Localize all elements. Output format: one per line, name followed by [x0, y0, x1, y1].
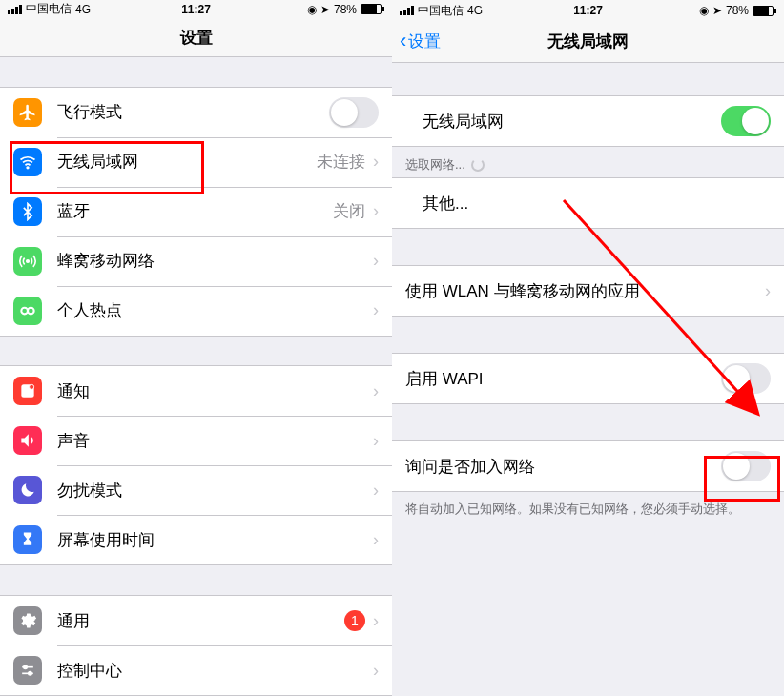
chevron-right-icon: › — [373, 300, 379, 320]
page-title: 设置 — [180, 27, 213, 49]
carrier-label: 中国电信 — [418, 3, 464, 19]
status-time: 11:27 — [573, 4, 603, 17]
hotspot-label: 个人热点 — [57, 299, 373, 321]
row-wifi-toggle[interactable]: 无线局域网 — [392, 96, 784, 146]
chevron-right-icon: › — [373, 201, 379, 221]
row-dnd[interactable]: 勿扰模式 › — [0, 465, 392, 515]
moon-icon — [13, 476, 42, 504]
bluetooth-icon — [13, 197, 42, 226]
svg-point-5 — [30, 385, 34, 390]
gear-icon — [13, 606, 42, 635]
general-badge: 1 — [344, 610, 365, 631]
wapi-label: 启用 WAPI — [405, 368, 721, 390]
status-bar: 中国电信 4G 11:27 ◉ ➤ 78% — [0, 0, 392, 19]
cellular-label: 蜂窝移动网络 — [57, 250, 373, 272]
wlan-apps-label: 使用 WLAN 与蜂窝移动网的应用 — [405, 280, 765, 302]
back-button[interactable]: ‹ 设置 — [400, 31, 441, 52]
row-ask-join[interactable]: 询问是否加入网络 — [392, 441, 784, 491]
row-wapi[interactable]: 启用 WAPI — [392, 354, 784, 403]
ask-join-toggle[interactable] — [721, 451, 771, 481]
row-other-network[interactable]: 其他... — [392, 178, 784, 228]
airplane-icon — [13, 98, 42, 127]
row-hotspot[interactable]: 个人热点 › — [0, 286, 392, 336]
wifi-label: 无线局域网 — [57, 151, 317, 173]
group-notifications: 通知 › 声音 › 勿扰模式 › 屏幕使用时间 › — [0, 365, 392, 565]
sound-label: 声音 — [57, 430, 373, 452]
control-center-label: 控制中心 — [57, 660, 373, 682]
row-screentime[interactable]: 屏幕使用时间 › — [0, 515, 392, 564]
row-wifi[interactable]: 无线局域网 未连接 › — [0, 137, 392, 187]
hourglass-icon — [13, 525, 42, 554]
network-label: 4G — [75, 3, 91, 16]
dnd-label: 勿扰模式 — [57, 480, 373, 502]
wifi-toggle-label: 无线局域网 — [423, 111, 721, 133]
chevron-left-icon: ‹ — [400, 31, 406, 51]
svg-point-7 — [24, 665, 27, 668]
bluetooth-detail: 关闭 — [333, 200, 365, 222]
wapi-toggle[interactable] — [721, 363, 771, 394]
chevron-right-icon: › — [373, 481, 379, 501]
alarm-icon: ◉ — [699, 4, 709, 17]
svg-point-9 — [29, 672, 31, 675]
svg-point-1 — [27, 259, 30, 262]
notifications-label: 通知 — [57, 380, 373, 402]
hotspot-icon — [13, 297, 42, 325]
settings-screen: 中国电信 4G 11:27 ◉ ➤ 78% 设置 飞行模式 无线局域网 未连接 — [0, 0, 392, 696]
status-time: 11:27 — [181, 3, 211, 16]
wifi-screen: 中国电信 4G 11:27 ◉ ➤ 78% ‹ 设置 无线局域网 无线局域网 选… — [392, 0, 784, 696]
general-label: 通用 — [57, 610, 344, 632]
wifi-detail: 未连接 — [317, 151, 365, 173]
group-connectivity: 飞行模式 无线局域网 未连接 › 蓝牙 关闭 › 蜂窝移动网络 › — [0, 87, 392, 337]
chevron-right-icon: › — [373, 611, 379, 631]
ask-join-label: 询问是否加入网络 — [405, 456, 721, 478]
page-title: 无线局域网 — [547, 31, 629, 52]
row-bluetooth[interactable]: 蓝牙 关闭 › — [0, 187, 392, 236]
row-general[interactable]: 通用 1 › — [0, 596, 392, 645]
location-icon: ➤ — [320, 3, 330, 16]
other-label: 其他... — [423, 193, 771, 215]
row-wlan-apps[interactable]: 使用 WLAN 与蜂窝移动网的应用 › — [392, 266, 784, 316]
group-general: 通用 1 › 控制中心 › — [0, 595, 392, 696]
row-control-center[interactable]: 控制中心 › — [0, 645, 392, 695]
row-sound[interactable]: 声音 › — [0, 416, 392, 465]
carrier-label: 中国电信 — [26, 1, 72, 17]
airplane-toggle[interactable] — [329, 97, 379, 128]
row-cellular[interactable]: 蜂窝移动网络 › — [0, 236, 392, 286]
nav-bar: ‹ 设置 无线局域网 — [392, 21, 784, 63]
chevron-right-icon: › — [373, 251, 379, 271]
cellular-icon — [13, 247, 42, 276]
battery-icon — [361, 4, 384, 14]
signal-icon — [8, 5, 22, 14]
sound-icon — [13, 426, 42, 455]
back-label: 设置 — [408, 31, 441, 52]
spinner-icon — [471, 158, 485, 172]
control-center-icon — [13, 656, 42, 685]
row-airplane-mode[interactable]: 飞行模式 — [0, 88, 392, 137]
location-icon: ➤ — [712, 4, 722, 17]
battery-pct: 78% — [334, 3, 357, 16]
chevron-right-icon: › — [373, 431, 379, 451]
alarm-icon: ◉ — [307, 3, 317, 16]
choose-network-header: 选取网络... — [392, 147, 784, 177]
bluetooth-label: 蓝牙 — [57, 200, 333, 222]
wifi-icon — [13, 148, 42, 176]
chevron-right-icon: › — [373, 661, 379, 681]
chevron-right-icon: › — [373, 381, 379, 401]
network-label: 4G — [467, 4, 483, 17]
svg-point-0 — [27, 167, 29, 169]
battery-pct: 78% — [726, 4, 749, 17]
ask-join-footer: 将自动加入已知网络。如果没有已知网络，您必须手动选择。 — [392, 492, 784, 526]
screentime-label: 屏幕使用时间 — [57, 529, 373, 551]
chevron-right-icon: › — [765, 281, 771, 301]
signal-icon — [400, 6, 414, 15]
row-notifications[interactable]: 通知 › — [0, 366, 392, 416]
chevron-right-icon: › — [373, 152, 379, 172]
status-bar: 中国电信 4G 11:27 ◉ ➤ 78% — [392, 0, 784, 21]
battery-icon — [753, 6, 776, 16]
wifi-toggle[interactable] — [721, 106, 771, 136]
chevron-right-icon: › — [373, 530, 379, 550]
notifications-icon — [13, 377, 42, 405]
nav-bar: 设置 — [0, 19, 392, 57]
airplane-label: 飞行模式 — [57, 101, 329, 123]
svg-point-3 — [28, 307, 34, 314]
